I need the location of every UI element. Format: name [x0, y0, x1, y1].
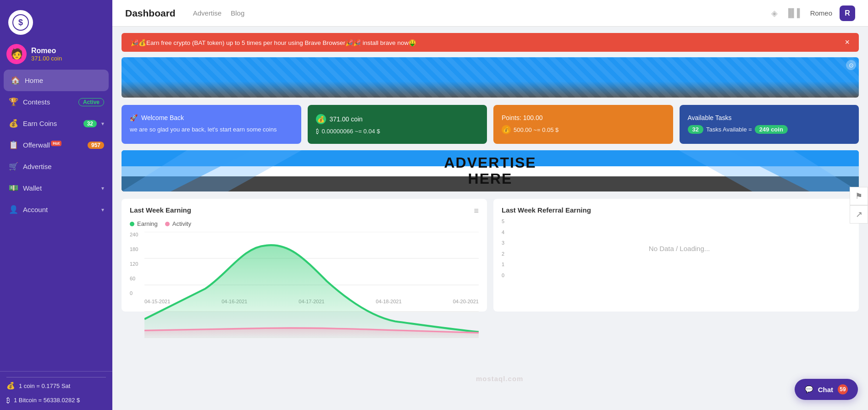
- sidebar-item-offerwall[interactable]: 📋 OfferwallHot 957: [0, 134, 112, 156]
- sidebar-item-label: Home: [25, 77, 102, 84]
- referral-y-labels: 5 4 3 2 1 0: [502, 219, 504, 278]
- chart-svg: [144, 232, 479, 338]
- ad-banner-mid: ADVERTISE HERE: [122, 150, 859, 191]
- earning-dot: [130, 222, 134, 226]
- card-sub: ₿ 0.00000066 ~= 0.04 $: [316, 128, 479, 135]
- avatar: 🧑: [6, 44, 27, 64]
- right-float-icons: ⚑ ↗: [850, 187, 868, 224]
- notification-banner: 🎉💰Earn free crypto (BAT token) up to 5 t…: [122, 33, 859, 52]
- sidebar: $ 🧑 Romeo 371.00 coin 🏠 Home 🏆 Contests …: [0, 0, 112, 410]
- watermark: mostaql.com: [476, 375, 524, 383]
- user-coins: 371.00 coin: [31, 55, 62, 62]
- chevron-down-icon: ▾: [101, 185, 104, 191]
- chart-title: Last Week Referral Earning: [502, 206, 851, 214]
- bitcoin-icon: ₿: [6, 396, 10, 404]
- chat-count-badge: 59: [838, 384, 848, 394]
- coins-card: 💰 371.00 coin ₿ 0.00000066 ~= 0.04 $: [308, 105, 487, 144]
- diamond-icon: ◈: [771, 8, 778, 18]
- topbar-avatar[interactable]: R: [840, 5, 855, 21]
- earn-coins-icon: 💰: [8, 119, 18, 128]
- sidebar-nav: 🏠 Home 🏆 Contests Active 💰 Earn Coins 32…: [0, 70, 112, 371]
- user-name: Romeo: [31, 47, 62, 55]
- card-title: 🚀 Welcome Back: [130, 114, 293, 121]
- close-button[interactable]: ×: [845, 38, 850, 47]
- tasks-card: Available Tasks 32 Tasks Available = 249…: [680, 105, 859, 144]
- ad-banner-top-inner: [122, 57, 859, 98]
- chat-button[interactable]: 💬 Chat 59: [795, 379, 858, 400]
- contests-icon: 🏆: [8, 97, 18, 107]
- coin-icon: 💰: [6, 382, 15, 390]
- sidebar-item-label: Advertise: [23, 163, 104, 170]
- sidebar-item-advertise[interactable]: 🛒 Advertise: [0, 156, 112, 177]
- chart-right: Last Week Referral Earning 5 4 3 2 1 0 N…: [493, 199, 859, 312]
- sidebar-item-wallet[interactable]: 💵 Wallet ▾: [0, 177, 112, 199]
- user-name-area: Romeo 371.00 coin: [31, 47, 62, 62]
- account-icon: 👤: [8, 205, 18, 214]
- y-labels: 240 180 120 60 0: [130, 232, 144, 296]
- logo-icon: $: [8, 10, 33, 35]
- card-sub: 32 Tasks Available = 249 coin: [688, 125, 851, 134]
- chart-area: 240 180 120 60 0: [130, 232, 479, 296]
- points-icon: 💰: [502, 125, 511, 134]
- sidebar-item-label: Account: [23, 206, 97, 213]
- chat-icon: 💬: [805, 385, 813, 394]
- sidebar-item-earn-coins[interactable]: 💰 Earn Coins 32 ▾: [0, 113, 112, 134]
- tasks-count-badge: 32: [688, 125, 703, 134]
- contests-badge: Active: [78, 98, 104, 106]
- card-sub: 💰 500.00 ~= 0.05 $: [502, 125, 665, 134]
- svg-text:$: $: [18, 18, 23, 27]
- page-title: Dashboard: [125, 8, 176, 19]
- sidebar-item-label: Contests: [23, 98, 74, 106]
- chart-legend: Earning Activity: [130, 220, 479, 227]
- ad-banner-top: ⊙: [122, 57, 859, 98]
- flag-icon[interactable]: ⚑: [850, 187, 868, 205]
- notification-text: 🎉💰Earn free crypto (BAT token) up to 5 t…: [131, 39, 416, 46]
- chart-left: Last Week Earning ≡ Earning Activity: [122, 199, 487, 312]
- card-title: 💰 371.00 coin: [316, 114, 479, 124]
- card-desc: we are so glad you are back, let's start…: [130, 125, 293, 134]
- stats-cards: 🚀 Welcome Back we are so glad you are ba…: [122, 105, 859, 144]
- ad-close-button[interactable]: ⊙: [846, 60, 856, 70]
- sidebar-item-label: Earn Coins: [23, 120, 79, 127]
- coin-circle-icon: 💰: [316, 114, 326, 124]
- advertise-icon: 🛒: [8, 162, 18, 171]
- offerwall-icon: 📋: [8, 140, 18, 150]
- share-icon[interactable]: ↗: [850, 205, 868, 224]
- main-content: Dashboard Advertise Blog ◈ ▐▌▌ Romeo R 🎉…: [112, 0, 868, 410]
- sidebar-item-home[interactable]: 🏠 Home: [4, 70, 109, 91]
- topbar-advertise-link[interactable]: Advertise: [193, 9, 222, 17]
- offerwall-badge: 957: [88, 142, 104, 149]
- welcome-card: 🚀 Welcome Back we are so glad you are ba…: [122, 105, 301, 144]
- chart-title: Last Week Earning ≡: [130, 206, 479, 216]
- activity-dot: [165, 222, 170, 226]
- earning-legend: Earning: [130, 220, 158, 227]
- sidebar-logo: $: [0, 0, 112, 41]
- ad-banner-text: ADVERTISE HERE: [444, 155, 536, 187]
- chat-label: Chat: [818, 386, 833, 394]
- divider: [6, 377, 106, 377]
- wallet-icon: 💵: [8, 183, 18, 193]
- activity-legend: Activity: [165, 220, 191, 227]
- home-icon: 🏠: [10, 76, 20, 85]
- referral-chart-area: 5 4 3 2 1 0 No Data / Loading...: [502, 219, 851, 280]
- sidebar-bottom: 💰 1 coin = 0.1775 Sat ₿ 1 Bitcoin = 5633…: [0, 371, 112, 410]
- card-title: Available Tasks: [688, 114, 851, 121]
- tasks-coins-badge: 249 coin: [755, 125, 788, 134]
- topbar: Dashboard Advertise Blog ◈ ▐▌▌ Romeo R: [112, 0, 868, 27]
- earn-coins-badge: 32: [83, 120, 97, 127]
- chevron-down-icon: ▾: [101, 120, 104, 127]
- sidebar-item-account[interactable]: 👤 Account ▾: [0, 199, 112, 220]
- sidebar-item-label: OfferwallHot: [23, 141, 83, 149]
- coin-rate: 💰 1 coin = 0.1775 Sat: [6, 378, 106, 393]
- rocket-icon: 🚀: [130, 114, 138, 121]
- points-card: Points: 100.00 💰 500.00 ~= 0.05 $: [493, 105, 673, 144]
- content-area: 🎉💰Earn free crypto (BAT token) up to 5 t…: [112, 27, 868, 410]
- user-info: 🧑 Romeo 371.00 coin: [0, 41, 112, 70]
- bitcoin-rate: ₿ 1 Bitcoin = 56338.0282 $: [6, 393, 106, 407]
- sidebar-item-contests[interactable]: 🏆 Contests Active: [0, 91, 112, 113]
- card-title: Points: 100.00: [502, 114, 665, 121]
- topbar-blog-link[interactable]: Blog: [231, 9, 244, 17]
- topbar-right: ◈ ▐▌▌ Romeo R: [771, 5, 855, 21]
- chart-menu-icon[interactable]: ≡: [474, 206, 479, 216]
- no-data-label: No Data / Loading...: [508, 219, 851, 278]
